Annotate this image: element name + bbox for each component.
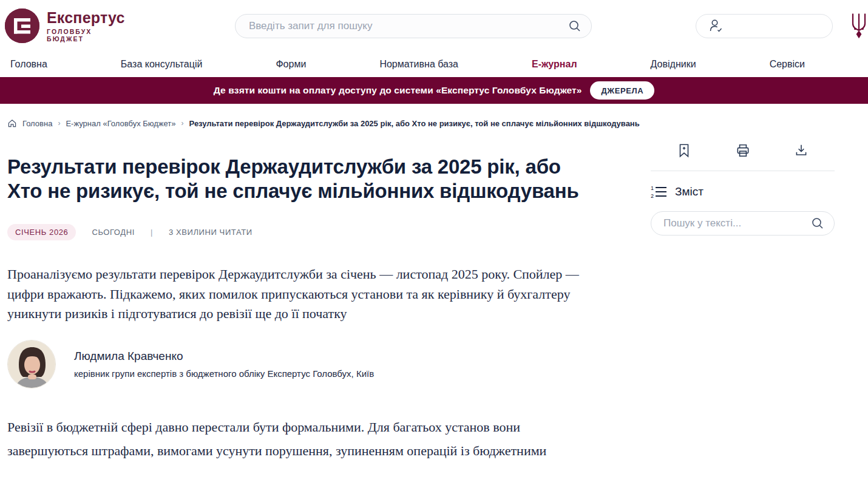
author-avatar (7, 340, 56, 388)
logo-icon (5, 8, 39, 43)
nav-item-formy[interactable]: Форми (276, 59, 306, 70)
sidebar-divider (651, 171, 835, 171)
brand-name: Експертус (47, 9, 126, 27)
publish-date: СЬОГОДНІ (92, 228, 135, 237)
nav-item-dovidnyky[interactable]: Довідники (651, 59, 696, 70)
nav-item-servisy[interactable]: Сервіси (770, 59, 805, 70)
author-block: Людмила Кравченко керівник групи експерт… (7, 340, 583, 388)
article-body: Ревізії в бюджетній сфері давно перестал… (7, 415, 581, 463)
article: Результати перевірок Держаудитслужби за … (7, 128, 583, 463)
breadcrumb-separator: › (181, 119, 184, 127)
download-icon[interactable] (793, 143, 809, 158)
numbered-list-icon: 1 2 (651, 185, 668, 199)
toc-toggle[interactable]: 1 2 Зміст (651, 185, 835, 199)
nav-item-normatyvna-baza[interactable]: Нормативна база (379, 59, 458, 70)
print-icon[interactable] (735, 143, 751, 158)
site-search[interactable] (235, 14, 592, 38)
breadcrumb-ezhurnal[interactable]: Е-журнал «Головбух Бюджет» (66, 119, 175, 128)
breadcrumb-home[interactable]: Головна (22, 119, 52, 128)
breadcrumb-separator: › (58, 119, 60, 127)
article-actions (651, 143, 835, 158)
promo-banner: Де взяти кошти на оплату доступу до сист… (0, 77, 868, 104)
text-search[interactable] (651, 211, 835, 236)
article-sidebar: 1 2 Зміст (651, 128, 835, 236)
read-time: 3 ХВИЛИНИ ЧИТАТИ (169, 228, 253, 237)
main-content: Результати перевірок Держаудитслужби за … (0, 128, 868, 463)
article-meta: СІЧЕНЬ 2026 СЬОГОДНІ | 3 ХВИЛИНИ ЧИТАТИ (7, 224, 583, 240)
article-title: Результати перевірок Держаудитслужби за … (7, 155, 583, 203)
breadcrumb-current: Результати перевірок Держаудитслужби за … (189, 119, 640, 128)
nav-item-e-zhurnal[interactable]: Е-журнал (532, 59, 577, 70)
bookmark-add-icon[interactable] (676, 143, 692, 158)
text-search-icon[interactable] (811, 217, 824, 230)
home-icon[interactable] (7, 118, 17, 128)
meta-separator: | (151, 228, 153, 237)
search-icon[interactable] (568, 19, 581, 33)
site-header: Експертус ГОЛОВБУХ БЮДЖЕТ (0, 0, 868, 52)
account-button[interactable] (696, 14, 833, 38)
nav-item-holovna[interactable]: Головна (10, 59, 47, 70)
article-lead: Проаналізуємо результати перевірок Держа… (7, 265, 581, 324)
logo-text: Експертус ГОЛОВБУХ БЮДЖЕТ (47, 9, 126, 42)
author-name[interactable]: Людмила Кравченко (74, 350, 374, 363)
breadcrumb: Головна › Е-журнал «Головбух Бюджет» › Р… (7, 118, 868, 128)
author-info: Людмила Кравченко керівник групи експерт… (74, 350, 374, 379)
main-nav: Головна База консультацій Форми Норматив… (0, 52, 868, 77)
page: Експертус ГОЛОВБУХ БЮДЖЕТ (0, 0, 868, 488)
text-search-input[interactable] (663, 217, 811, 229)
toc-label[interactable]: Зміст (675, 185, 704, 198)
svg-text:1: 1 (651, 185, 654, 191)
nav-item-baza-konsultatsii[interactable]: База консультацій (121, 59, 203, 70)
site-logo[interactable]: Експертус ГОЛОВБУХ БЮДЖЕТ (5, 8, 126, 43)
brand-subtitle: ГОЛОВБУХ БЮДЖЕТ (47, 28, 126, 42)
issue-badge[interactable]: СІЧЕНЬ 2026 (7, 224, 76, 240)
user-check-icon (708, 18, 724, 34)
trident-icon[interactable] (850, 12, 868, 39)
banner-sources-button[interactable]: ДЖЕРЕЛА (590, 81, 654, 100)
search-input[interactable] (249, 20, 568, 32)
author-role: керівник групи експертів з бюджетного об… (74, 368, 374, 379)
banner-text: Де взяти кошти на оплату доступу до сист… (214, 85, 582, 96)
svg-text:2: 2 (651, 193, 654, 199)
